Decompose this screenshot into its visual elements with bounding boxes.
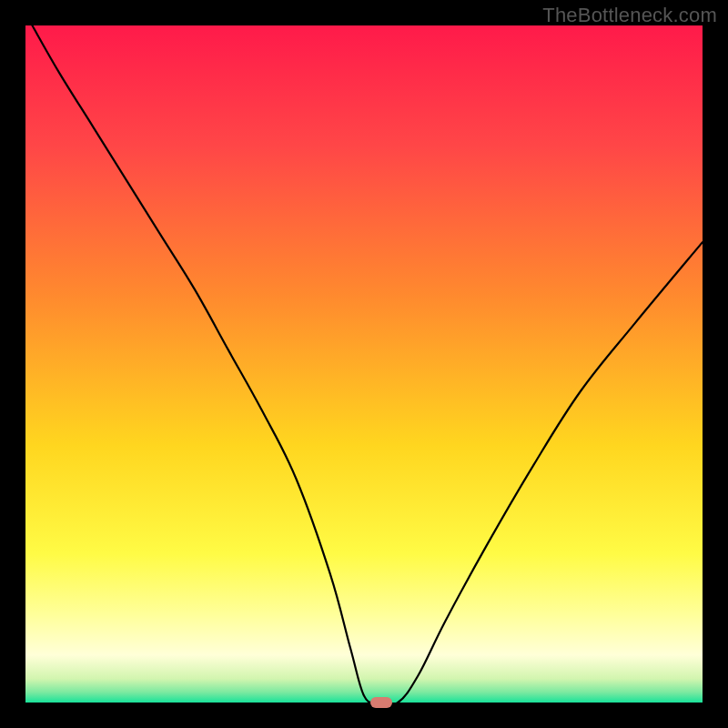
watermark-text: TheBottleneck.com — [542, 4, 717, 27]
chart-frame: TheBottleneck.com — [0, 0, 728, 728]
plot-area — [25, 25, 703, 703]
optimal-marker — [370, 697, 392, 708]
bottleneck-curve — [25, 25, 703, 703]
